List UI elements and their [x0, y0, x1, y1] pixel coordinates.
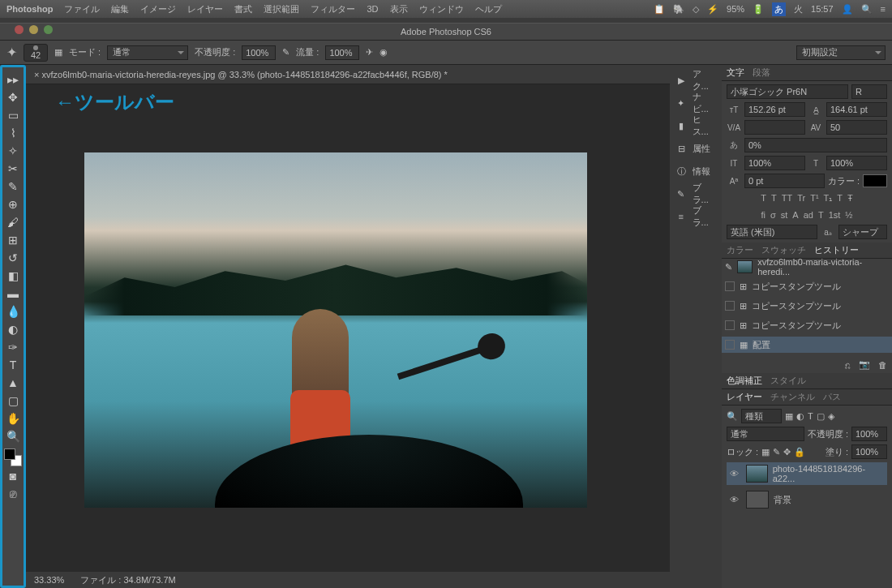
tab-swatches[interactable]: スウォッチ: [761, 244, 806, 256]
history-step[interactable]: ▦配置: [722, 337, 892, 353]
menu-file[interactable]: ファイル: [64, 3, 100, 15]
baseline-field[interactable]: 0 pt: [744, 174, 825, 188]
contextual-alt[interactable]: σ: [770, 210, 776, 220]
discretionary[interactable]: st: [781, 210, 788, 220]
layer-thumbnail[interactable]: [746, 465, 768, 483]
flow-field[interactable]: 100%: [325, 45, 359, 60]
font-size-field[interactable]: 152.26 pt: [744, 102, 805, 117]
history-brush-tool[interactable]: ↺: [3, 249, 23, 266]
ordinals[interactable]: 1st: [829, 210, 841, 220]
dodge-tool[interactable]: ◐: [3, 320, 23, 337]
tracking-field[interactable]: 50: [826, 120, 887, 135]
filter-pixel-icon[interactable]: ▦: [785, 411, 793, 422]
lock-transparency-icon[interactable]: ▦: [761, 447, 770, 457]
subscript[interactable]: T₁: [824, 193, 833, 204]
layer-opacity-field[interactable]: 100%: [851, 427, 887, 441]
font-style-select[interactable]: R: [851, 84, 887, 99]
fractions[interactable]: ½: [845, 210, 852, 220]
minimize-window[interactable]: [29, 25, 38, 34]
app-name[interactable]: Photoshop: [6, 4, 53, 14]
eraser-tool[interactable]: ◧: [3, 267, 23, 284]
lasso-tool[interactable]: ⌇: [3, 124, 23, 141]
toggle-brush-panel-icon[interactable]: ▦: [54, 47, 62, 58]
eyedropper-tool[interactable]: ✎: [3, 178, 23, 195]
tab-adjustments[interactable]: 色調補正: [727, 375, 762, 387]
quick-mask-icon[interactable]: ◙: [3, 467, 23, 484]
tab-history[interactable]: ヒストリー: [814, 244, 859, 256]
canvas-image[interactable]: [84, 152, 587, 508]
zoom-window[interactable]: [44, 25, 53, 34]
visibility-icon[interactable]: 👁: [730, 495, 741, 504]
clipboard-icon[interactable]: 📋: [654, 4, 665, 15]
tab-character[interactable]: 文字: [727, 67, 744, 79]
layer-row[interactable]: 👁photo-1448518184296-a22...: [727, 462, 887, 485]
horz-scale-field[interactable]: 100%: [826, 156, 887, 170]
tab-paths[interactable]: パス: [823, 391, 841, 403]
panel-actions[interactable]: ▶アク...: [670, 70, 722, 91]
titling-alt[interactable]: T: [818, 210, 824, 220]
small-caps[interactable]: Tr: [797, 193, 805, 204]
menu-help[interactable]: ヘルプ: [475, 3, 502, 15]
notif-icon[interactable]: ≡: [881, 4, 886, 14]
path-selection-tool[interactable]: ▲: [3, 374, 23, 391]
close-window[interactable]: [15, 25, 24, 34]
evernote-icon[interactable]: 🐘: [673, 4, 684, 15]
layer-thumbnail[interactable]: [746, 491, 769, 509]
strikethrough[interactable]: Ŧ: [847, 193, 853, 204]
stylistic-alt[interactable]: ad: [804, 210, 813, 220]
menu-select[interactable]: 選択範囲: [264, 3, 299, 15]
layer-name[interactable]: 背景: [774, 494, 791, 506]
airbrush-icon[interactable]: ✈: [366, 47, 373, 58]
lock-image-icon[interactable]: ✎: [773, 447, 780, 457]
menu-window[interactable]: ウィンドウ: [419, 3, 464, 15]
hand-tool[interactable]: ✋: [3, 410, 23, 427]
filter-adjust-icon[interactable]: ◐: [796, 411, 804, 422]
superscript[interactable]: T¹: [810, 193, 818, 204]
history-step[interactable]: ⊞コピースタンプツール: [722, 317, 892, 333]
magic-wand-tool[interactable]: ✧: [3, 142, 23, 159]
panel-brush[interactable]: ✎ブラ...: [670, 183, 722, 204]
gradient-tool[interactable]: ▬: [3, 285, 23, 302]
leading-field[interactable]: 164.61 pt: [826, 102, 887, 117]
all-caps[interactable]: TT: [782, 193, 792, 204]
clone-stamp-tool[interactable]: ⊞: [3, 231, 23, 248]
tab-channels[interactable]: チャンネル: [770, 391, 815, 403]
filter-shape-icon[interactable]: ▢: [817, 411, 825, 422]
panel-info[interactable]: ⓘ情報: [670, 161, 722, 182]
delete-state-icon[interactable]: 🗑: [878, 360, 887, 370]
pressure-size-icon[interactable]: ◉: [380, 47, 388, 58]
history-snapshot[interactable]: ✎xvfzo6lmb0-maria-victoria-heredi...: [722, 259, 892, 275]
zoom-readout[interactable]: 33.33%: [34, 575, 64, 585]
menu-type[interactable]: 書式: [234, 3, 252, 15]
underline[interactable]: T: [837, 193, 843, 204]
layer-filter-select[interactable]: 種類: [741, 409, 782, 423]
wifi-icon[interactable]: ⚡: [707, 4, 718, 15]
healing-brush-tool[interactable]: ⊕: [3, 195, 23, 212]
menu-layer[interactable]: レイヤー: [187, 3, 223, 15]
screen-mode-icon[interactable]: ⎚: [3, 485, 23, 502]
blend-mode-select[interactable]: 通常: [107, 45, 188, 60]
blur-tool[interactable]: 💧: [3, 303, 23, 320]
faux-italic[interactable]: T: [771, 193, 777, 204]
panel-brush-presets[interactable]: ≡ブラ...: [670, 206, 722, 227]
menu-view[interactable]: 表示: [390, 3, 408, 15]
crop-tool[interactable]: ✂: [3, 160, 23, 177]
new-snapshot-icon[interactable]: 📷: [859, 359, 870, 370]
move-tool[interactable]: ✥: [3, 88, 23, 105]
pen-tool[interactable]: ✑: [3, 338, 23, 355]
font-family-select[interactable]: 小塚ゴシック Pr6N: [727, 84, 848, 99]
vert-scale-field[interactable]: 100%: [744, 156, 805, 170]
menu-image[interactable]: イメージ: [140, 3, 176, 15]
document-tab[interactable]: × xvfzo6lmb0-maria-victoria-heredia-reye…: [26, 65, 670, 84]
ime-indicator[interactable]: あ: [772, 2, 786, 16]
panel-histogram[interactable]: ▮ヒス...: [670, 115, 722, 136]
lock-all-icon[interactable]: 🔒: [794, 447, 805, 457]
antialias-select[interactable]: シャープ: [838, 225, 887, 239]
marquee-tool[interactable]: ▭: [3, 106, 23, 123]
brush-tool[interactable]: 🖌: [3, 213, 23, 230]
panel-properties[interactable]: ⊟属性: [670, 138, 722, 159]
blend-mode-select[interactable]: 通常: [727, 427, 804, 441]
ligatures[interactable]: fi: [761, 210, 765, 220]
tool-preset-icon[interactable]: ✦: [6, 45, 17, 60]
menu-3d[interactable]: 3D: [367, 4, 378, 14]
